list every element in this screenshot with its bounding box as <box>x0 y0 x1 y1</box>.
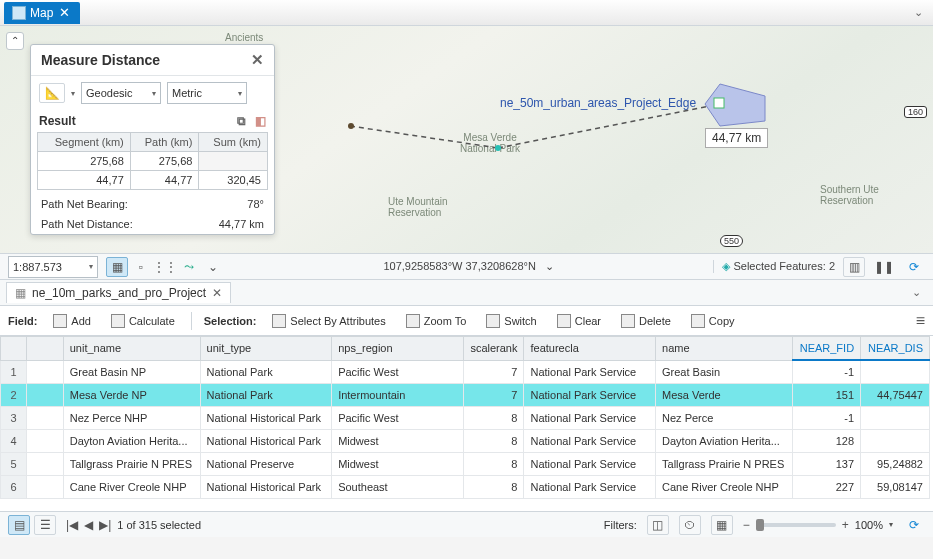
collapse-view-icon[interactable]: ⌄ <box>908 6 929 19</box>
row-number[interactable]: 5 <box>1 453 27 476</box>
cell-unit-name: Nez Perce NHP <box>63 407 200 430</box>
col-near-dis[interactable]: NEAR_DIS <box>861 337 930 361</box>
row-selector[interactable] <box>27 430 63 453</box>
close-icon[interactable]: ✕ <box>251 51 264 69</box>
view-tab-bar: Map ✕ ⌄ <box>0 0 933 26</box>
selection-label: Selection: <box>204 315 257 327</box>
row-number[interactable]: 2 <box>1 384 27 407</box>
prev-record-button[interactable]: ◀ <box>84 518 93 532</box>
highway-550-shield: 550 <box>720 235 743 247</box>
table-row[interactable]: 5Tallgrass Prairie N PRESNational Preser… <box>1 453 930 476</box>
table-row[interactable]: 6Cane River Creole NHPNational Historica… <box>1 476 930 499</box>
panel-toggle-button[interactable]: ⌃ <box>6 32 24 50</box>
svg-rect-3 <box>714 98 724 108</box>
row-selector[interactable] <box>27 476 63 499</box>
col-rownum[interactable] <box>1 337 27 361</box>
zoom-to-button[interactable]: Zoom To <box>402 312 471 330</box>
chevron-down-icon[interactable]: ▾ <box>71 89 75 98</box>
pause-button[interactable]: ❚❚ <box>873 257 895 277</box>
row-number[interactable]: 4 <box>1 430 27 453</box>
col-path[interactable]: Path (km) <box>130 133 199 152</box>
show-selected-records-button[interactable]: ☰ <box>34 515 56 535</box>
field-label: Field: <box>8 315 37 327</box>
row-selector[interactable] <box>27 453 63 476</box>
filter-expr-button[interactable]: ▦ <box>711 515 733 535</box>
snap-options-button[interactable]: ⌄ <box>202 257 224 277</box>
add-field-button[interactable]: Add <box>49 312 95 330</box>
menu-icon[interactable]: ≡ <box>916 312 925 330</box>
snap-edge-button[interactable]: ⋮⋮ <box>154 257 176 277</box>
cell-name: Dayton Aviation Herita... <box>656 430 793 453</box>
next-record-button[interactable]: ▶| <box>99 518 111 532</box>
chevron-down-icon: ▾ <box>89 262 93 271</box>
table-row[interactable]: 1Great Basin NPNational ParkPacific West… <box>1 360 930 384</box>
col-unit-type[interactable]: unit_type <box>200 337 332 361</box>
refresh-button[interactable]: ⟳ <box>903 257 925 277</box>
filter-time-button[interactable]: ⏲ <box>679 515 701 535</box>
table-row[interactable]: 4Dayton Aviation Herita...National Histo… <box>1 430 930 453</box>
copy-button[interactable]: Copy <box>687 312 739 330</box>
selected-features-label: Selected Features: <box>733 260 825 272</box>
measure-mode-button[interactable]: 📐 <box>39 83 65 103</box>
col-select[interactable] <box>27 337 63 361</box>
row-selector[interactable] <box>27 384 63 407</box>
col-featurecla[interactable]: featurecla <box>524 337 656 361</box>
copy-icon <box>691 314 705 328</box>
close-icon[interactable]: ✕ <box>57 5 72 20</box>
filters-label: Filters: <box>604 519 637 531</box>
clear-button[interactable]: Clear <box>553 312 605 330</box>
zoom-out-button[interactable]: − <box>743 518 750 532</box>
row-number[interactable]: 1 <box>1 360 27 384</box>
row-selector[interactable] <box>27 360 63 384</box>
col-name[interactable]: name <box>656 337 793 361</box>
filter-extent-button[interactable]: ◫ <box>647 515 669 535</box>
col-unit-name[interactable]: unit_name <box>63 337 200 361</box>
zoom-slider[interactable] <box>756 523 836 527</box>
btn-label: Add <box>71 315 91 327</box>
map-tab[interactable]: Map ✕ <box>4 2 80 24</box>
cell-scalerank: 8 <box>463 430 524 453</box>
copy-icon[interactable]: ⧉ <box>237 114 246 128</box>
unit-dropdown[interactable]: Metric▾ <box>167 82 247 104</box>
coord-options-icon[interactable]: ⌄ <box>545 260 554 272</box>
net-distance-label: Path Net Distance: <box>41 218 133 230</box>
attribute-grid-wrap[interactable]: unit_name unit_type nps_region scalerank… <box>0 336 933 511</box>
collapse-table-icon[interactable]: ⌄ <box>906 286 927 299</box>
select-by-attributes-button[interactable]: Select By Attributes <box>268 312 389 330</box>
cell-near-fid: -1 <box>792 407 860 430</box>
cell-near-fid: 151 <box>792 384 860 407</box>
chevron-down-icon: ▾ <box>238 89 242 98</box>
col-nps-region[interactable]: nps_region <box>332 337 464 361</box>
row-number[interactable]: 6 <box>1 476 27 499</box>
chevron-down-icon[interactable]: ▾ <box>889 520 893 529</box>
calculate-button[interactable]: Calculate <box>107 312 179 330</box>
map-canvas[interactable]: ⌃ Ancients Mesa Verde National Park Ute … <box>0 26 933 254</box>
row-selector[interactable] <box>27 407 63 430</box>
refresh-button[interactable]: ⟳ <box>903 515 925 535</box>
col-segment[interactable]: Segment (km) <box>38 133 131 152</box>
svg-marker-2 <box>705 84 765 126</box>
snap-grid-button[interactable]: ▦ <box>106 257 128 277</box>
switch-button[interactable]: Switch <box>482 312 540 330</box>
table-row[interactable]: 3Nez Perce NHPNational Historical ParkPa… <box>1 407 930 430</box>
col-near-fid[interactable]: NEAR_FID <box>792 337 860 361</box>
show-all-records-button[interactable]: ▤ <box>8 515 30 535</box>
col-sum[interactable]: Sum (km) <box>199 133 268 152</box>
snap-end-button[interactable]: ⤳ <box>178 257 200 277</box>
catalog-button[interactable]: ▥ <box>843 257 865 277</box>
row-number[interactable]: 3 <box>1 407 27 430</box>
add-icon <box>53 314 67 328</box>
selection-count: 1 of 315 selected <box>117 519 201 531</box>
col-scalerank[interactable]: scalerank <box>463 337 524 361</box>
method-dropdown[interactable]: Geodesic▾ <box>81 82 161 104</box>
table-row[interactable]: 2Mesa Verde NPNational ParkIntermountain… <box>1 384 930 407</box>
scale-input[interactable]: 1:887.573▾ <box>8 256 98 278</box>
snap-vertex-button[interactable]: ▫ <box>130 257 152 277</box>
erase-icon[interactable]: ◧ <box>255 114 266 128</box>
delete-button[interactable]: Delete <box>617 312 675 330</box>
close-icon[interactable]: ✕ <box>212 286 222 300</box>
zoom-in-button[interactable]: + <box>842 518 849 532</box>
attribute-table-tab[interactable]: ▦ ne_10m_parks_and_pro_Project ✕ <box>6 282 231 303</box>
first-record-button[interactable]: |◀ <box>66 518 78 532</box>
switch-icon <box>486 314 500 328</box>
